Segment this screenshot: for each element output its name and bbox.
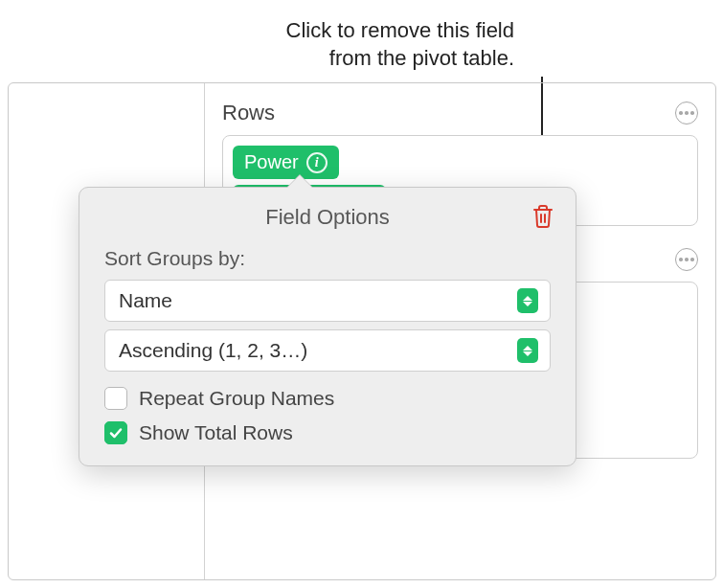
dropdown-toggle-icon (517, 288, 538, 313)
callout-line2: from the pivot table. (286, 45, 514, 73)
popover-title: Field Options (265, 205, 390, 229)
field-chip-power[interactable]: Power i (233, 146, 339, 179)
callout-text: Click to remove this field from the pivo… (286, 17, 514, 72)
sort-by-select[interactable]: Name (104, 280, 551, 322)
sort-groups-label: Sort Groups by: (104, 247, 551, 270)
sort-order-value: Ascending (1, 2, 3…) (119, 339, 307, 362)
remove-field-button[interactable] (528, 201, 558, 232)
show-total-rows-checkbox[interactable]: Show Total Rows (104, 421, 551, 444)
sort-by-value: Name (119, 289, 172, 312)
field-options-popover: Field Options Sort Groups by: Name Ascen… (79, 187, 576, 466)
popover-arrow (286, 175, 313, 189)
callout-line1: Click to remove this field (286, 17, 514, 45)
show-total-rows-label: Show Total Rows (139, 421, 293, 444)
field-chip-label: Power (244, 151, 299, 173)
checkbox-checked-icon (104, 421, 127, 444)
rows-section-title: Rows (222, 101, 275, 125)
dropdown-toggle-icon (517, 338, 538, 363)
sort-order-select[interactable]: Ascending (1, 2, 3…) (104, 329, 551, 372)
rows-more-button[interactable] (675, 102, 698, 124)
checkbox-unchecked-icon (104, 387, 127, 410)
repeat-group-names-label: Repeat Group Names (139, 387, 334, 410)
repeat-group-names-checkbox[interactable]: Repeat Group Names (104, 387, 551, 410)
section-more-button[interactable] (675, 248, 698, 271)
info-icon[interactable]: i (306, 152, 328, 173)
trash-icon (531, 204, 554, 229)
